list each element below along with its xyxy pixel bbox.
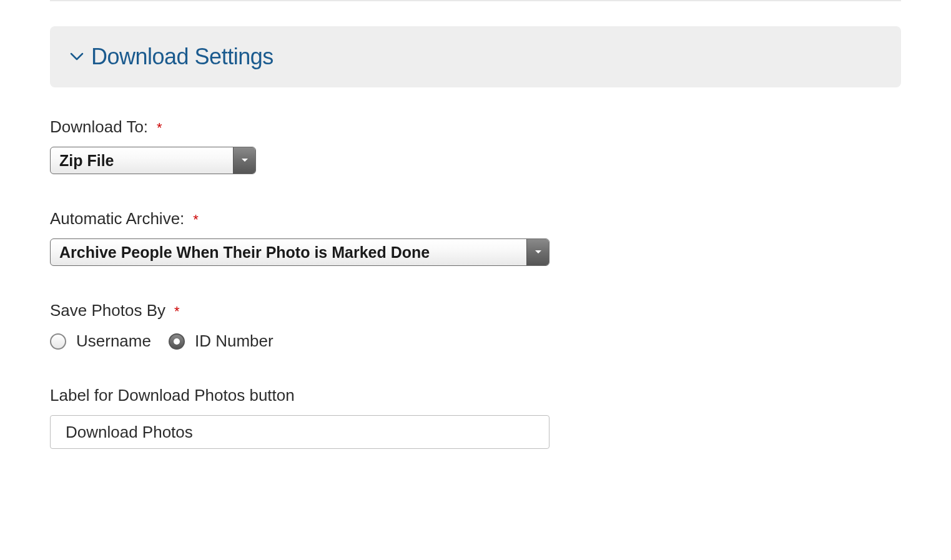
download-to-select[interactable]: Zip File [50, 147, 256, 174]
download-to-group: Download To: * Zip File [50, 117, 901, 174]
download-settings-header[interactable]: Download Settings [50, 26, 901, 87]
download-to-label-text: Download To: [50, 117, 148, 137]
automatic-archive-label-text: Automatic Archive: [50, 209, 184, 228]
radio-circle-unselected [50, 333, 66, 350]
required-asterisk: * [174, 303, 180, 320]
radio-id-number[interactable]: ID Number [169, 332, 273, 351]
save-photos-by-label: Save Photos By * [50, 301, 901, 320]
save-photos-by-radios: Username ID Number [50, 332, 901, 351]
automatic-archive-label: Automatic Archive: * [50, 209, 901, 228]
required-asterisk: * [193, 212, 199, 228]
required-asterisk: * [157, 120, 162, 136]
download-to-label: Download To: * [50, 117, 901, 137]
dropdown-arrow-icon [233, 147, 255, 174]
label-for-download-label: Label for Download Photos button [50, 386, 901, 405]
radio-id-number-label: ID Number [195, 332, 273, 351]
section-title: Download Settings [91, 44, 273, 70]
automatic-archive-select[interactable]: Archive People When Their Photo is Marke… [50, 238, 549, 266]
automatic-archive-value: Archive People When Their Photo is Marke… [51, 239, 526, 265]
save-photos-by-label-text: Save Photos By [50, 301, 165, 320]
label-for-download-group: Label for Download Photos button [50, 386, 901, 449]
chevron-down-icon [70, 52, 84, 61]
radio-username[interactable]: Username [50, 332, 151, 351]
automatic-archive-group: Automatic Archive: * Archive People When… [50, 209, 901, 266]
save-photos-by-group: Save Photos By * Username ID Number [50, 301, 901, 351]
label-for-download-input[interactable] [50, 415, 549, 449]
dropdown-arrow-icon [526, 239, 549, 265]
download-to-value: Zip File [51, 147, 233, 174]
radio-circle-selected [169, 333, 185, 350]
label-for-download-label-text: Label for Download Photos button [50, 386, 295, 405]
top-divider [50, 0, 901, 1]
radio-username-label: Username [76, 332, 151, 351]
